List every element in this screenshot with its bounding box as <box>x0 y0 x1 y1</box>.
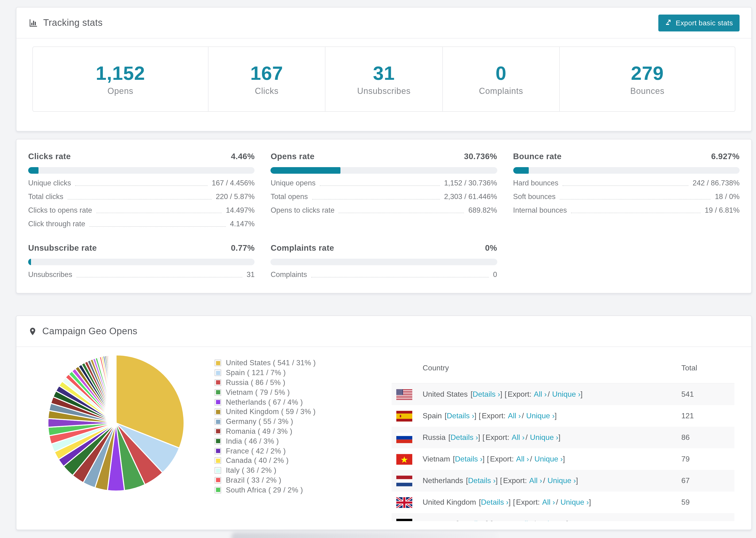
bracket: [ <box>453 455 455 463</box>
export-unique-link[interactable]: Unique › <box>561 498 589 507</box>
geo-table-row-nl: Netherlands [Details ›] [Export:All ›/Un… <box>392 470 734 492</box>
bracket: ] <box>566 520 568 521</box>
details-link[interactable]: Details › <box>455 455 482 463</box>
details-link[interactable]: Details › <box>481 498 509 507</box>
stat-line: Internal bounces 19 / 6.81% <box>513 206 739 215</box>
complaints-rate-value: 0% <box>485 243 497 253</box>
legend-color-swatch <box>215 418 221 425</box>
bracket: ] <box>576 476 578 485</box>
geo-table-row-gb: United Kingdom [Details ›] [Export:All ›… <box>392 492 734 513</box>
dotted-leader <box>563 186 688 186</box>
tracking-stats-title: Tracking stats <box>28 17 103 28</box>
bracket: ] <box>581 390 583 399</box>
details-link[interactable]: Details › <box>459 520 486 521</box>
stat-line: Total clicks 220 / 5.87% <box>28 192 255 201</box>
legend-color-swatch <box>215 369 221 376</box>
legend-color-swatch <box>215 448 221 454</box>
legend-color-swatch <box>215 487 221 493</box>
export-prefix: Export: <box>494 520 517 521</box>
export-unique-link[interactable]: Unique › <box>530 433 558 442</box>
export-all-link[interactable]: All › <box>534 390 547 399</box>
legend-color-swatch <box>215 467 221 474</box>
export-unique-link[interactable]: Unique › <box>548 476 576 485</box>
legend-item: Romania ( 49 / 3% ) <box>215 426 360 436</box>
export-all-link[interactable]: All › <box>512 433 524 442</box>
stat-line: Complaints 0 <box>271 270 497 279</box>
export-unique-link[interactable]: Unique › <box>538 520 566 521</box>
opens-rate-lines: Unique opens 1,152 / 30.736% Total opens… <box>271 179 497 215</box>
stat-line-label: Clicks to opens rate <box>28 206 92 215</box>
slash: / <box>543 476 545 485</box>
country-name: Germany <box>423 520 454 521</box>
dotted-leader <box>68 199 212 199</box>
export-unique-link[interactable]: Unique › <box>526 412 555 420</box>
export-all-link[interactable]: All › <box>516 455 529 463</box>
unsubscribe-rate-progress-track <box>28 259 255 265</box>
nl-flag-icon <box>396 475 412 486</box>
dotted-leader <box>89 226 226 227</box>
dotted-leader <box>311 277 489 278</box>
details-link[interactable]: Details › <box>447 412 474 420</box>
legend-item: France ( 42 / 2% ) <box>215 446 360 456</box>
stat-line: Opens to clicks rate 689.82% <box>271 206 497 215</box>
unsubscribe-rate-title: Unsubscribe rate <box>28 243 97 253</box>
stat-value-complaints: 0 <box>496 62 507 84</box>
stat-line-value: 220 / 5.87% <box>216 192 254 201</box>
dotted-leader <box>320 186 440 186</box>
bracket: [ <box>505 390 507 399</box>
legend-label: Netherlands ( 67 / 4% ) <box>226 398 303 406</box>
legend-item: United States ( 541 / 31% ) <box>215 358 360 368</box>
clicks-rate-head: Clicks rate 4.46% <box>28 152 255 161</box>
bracket: [ <box>487 455 489 463</box>
details-link[interactable]: Details › <box>468 476 495 485</box>
bracket: ] <box>486 520 488 521</box>
stat-label-complaints: Complaints <box>479 86 523 96</box>
bracket: [ <box>490 520 493 521</box>
stat-value-clicks: 167 <box>250 62 283 84</box>
legend-label: Russia ( 86 / 5% ) <box>226 378 286 387</box>
dotted-leader <box>339 213 464 213</box>
country-cell: United States [Details ›] [Export:All ›/… <box>392 389 681 400</box>
legend-item: India ( 46 / 3% ) <box>215 436 360 446</box>
clicks-rate-value: 4.46% <box>231 152 254 161</box>
bar-chart-icon <box>28 18 38 28</box>
stat-line-label: Internal bounces <box>513 206 567 215</box>
column-header-total: Total <box>681 364 734 372</box>
stat-line-value: 1,152 / 30.736% <box>444 179 497 187</box>
stat-box-bounces: 279 Bounces <box>560 47 735 111</box>
bracket: ] <box>478 433 480 442</box>
country-total: 541 <box>681 390 734 399</box>
bracket: ] <box>496 476 498 485</box>
geo-table-row-ru: Russia [Details ›] [Export:All ›/Unique … <box>392 427 734 448</box>
export-unique-link[interactable]: Unique › <box>552 390 581 399</box>
dotted-leader <box>312 199 440 199</box>
stat-line-value: 31 <box>246 270 255 279</box>
bracket: ] <box>558 433 561 442</box>
export-all-link[interactable]: All › <box>519 520 532 521</box>
legend-color-swatch <box>215 409 221 415</box>
export-all-link[interactable]: All › <box>529 476 542 485</box>
stat-label-opens: Opens <box>108 86 134 96</box>
country-cell: Spain [Details ›] [Export:All ›/Unique ›… <box>392 410 681 421</box>
stat-line-value: 242 / 86.738% <box>693 179 739 187</box>
export-all-link[interactable]: All › <box>542 498 555 507</box>
export-unique-link[interactable]: Unique › <box>534 455 563 463</box>
details-link[interactable]: Details › <box>473 390 500 399</box>
country-cell: Germany [Details ›] [Export:All ›/Unique… <box>392 518 681 521</box>
bracket: [ <box>445 412 447 420</box>
de-flag-icon <box>396 518 412 521</box>
legend-label: Brazil ( 33 / 2% ) <box>226 476 281 484</box>
legend-item: Netherlands ( 67 / 4% ) <box>215 397 360 407</box>
country-total: 55 <box>681 520 734 521</box>
export-all-link[interactable]: All › <box>508 412 521 420</box>
us-flag-icon <box>396 389 412 400</box>
details-link[interactable]: Details › <box>451 433 478 442</box>
bounce-rate-head: Bounce rate 6.927% <box>513 152 739 161</box>
bracket: [ <box>479 498 481 507</box>
export-prefix: Export: <box>503 476 527 485</box>
legend-label: France ( 42 / 2% ) <box>226 447 286 455</box>
bounce-rate-block: Bounce rate 6.927% Hard bounces 242 / 86… <box>513 152 739 228</box>
stat-value-unsubscribes: 31 <box>373 62 395 84</box>
bracket: ] <box>500 390 502 399</box>
export-basic-stats-button[interactable]: Export basic stats <box>658 14 739 31</box>
